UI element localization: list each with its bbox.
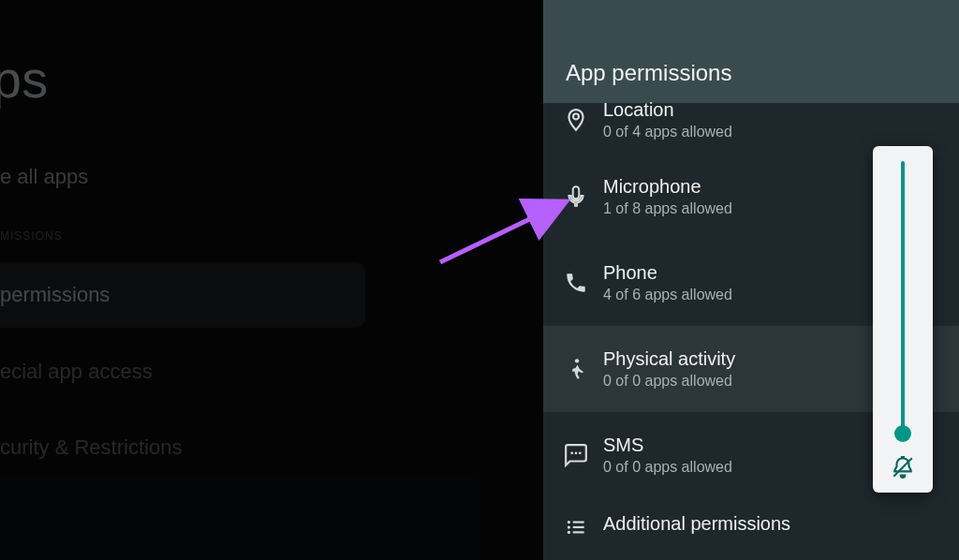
screen-root: pps e all apps MISSIONS permissions ecia… <box>0 0 959 560</box>
more-list-icon <box>560 511 592 543</box>
svg-rect-5 <box>573 522 584 523</box>
volume-slider-thumb[interactable] <box>894 425 911 442</box>
svg-point-2 <box>575 451 578 454</box>
svg-rect-9 <box>573 531 584 533</box>
app-permissions-nav-item[interactable]: permissions <box>0 262 365 328</box>
permission-subtitle: 0 of 0 apps allowed <box>603 373 735 390</box>
svg-point-6 <box>568 525 570 528</box>
permission-subtitle: 0 of 0 apps allowed <box>603 459 732 476</box>
drawer-title: App permissions <box>566 60 731 86</box>
apps-settings-background: pps e all apps MISSIONS permissions ecia… <box>0 0 543 560</box>
permission-title: Location <box>603 99 732 120</box>
svg-point-4 <box>568 521 570 523</box>
location-pin-icon <box>560 104 592 136</box>
svg-point-8 <box>568 531 570 534</box>
ringer-mute-button[interactable] <box>889 453 917 481</box>
app-permissions-label: permissions <box>0 283 110 307</box>
running-icon <box>560 353 592 385</box>
permission-row-location[interactable]: Location 0 of 4 apps allowed <box>543 86 959 154</box>
apps-heading: pps <box>0 49 49 110</box>
phone-icon <box>560 267 592 299</box>
permission-title: Physical activity <box>603 348 735 369</box>
special-app-access-label: ecial app access <box>0 360 153 384</box>
permission-title: SMS <box>603 435 732 455</box>
see-all-apps-label: e all apps <box>0 165 88 189</box>
microphone-icon <box>560 181 592 213</box>
permission-subtitle: 0 of 4 apps allowed <box>603 124 732 140</box>
svg-point-3 <box>579 451 582 454</box>
permission-subtitle: 4 of 6 apps allowed <box>603 287 732 303</box>
permission-title: Additional permissions <box>603 513 790 534</box>
volume-slider[interactable] <box>901 161 905 436</box>
security-restrictions-label: curity & Restrictions <box>0 435 182 460</box>
bell-off-icon <box>891 455 915 479</box>
permission-subtitle: 1 of 8 apps allowed <box>603 200 732 217</box>
permission-title: Microphone <box>603 176 732 197</box>
permissions-category-header: MISSIONS <box>0 229 63 243</box>
volume-panel <box>873 146 933 493</box>
permission-row-additional[interactable]: Additional permissions <box>543 498 959 553</box>
permission-title: Phone <box>603 262 732 283</box>
svg-point-1 <box>570 451 573 454</box>
sms-icon <box>560 439 592 471</box>
svg-rect-7 <box>573 526 584 528</box>
svg-point-0 <box>575 359 579 362</box>
